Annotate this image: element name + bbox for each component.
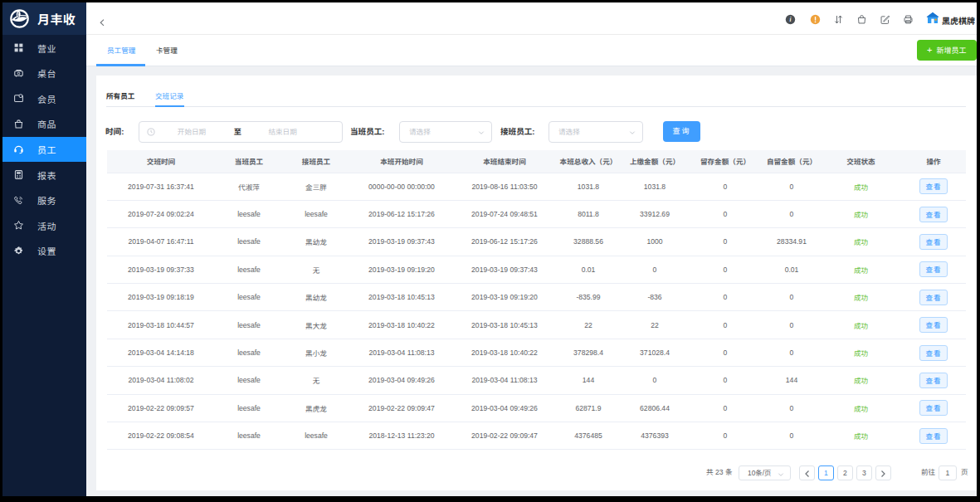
svg-text:i: i (789, 16, 791, 23)
